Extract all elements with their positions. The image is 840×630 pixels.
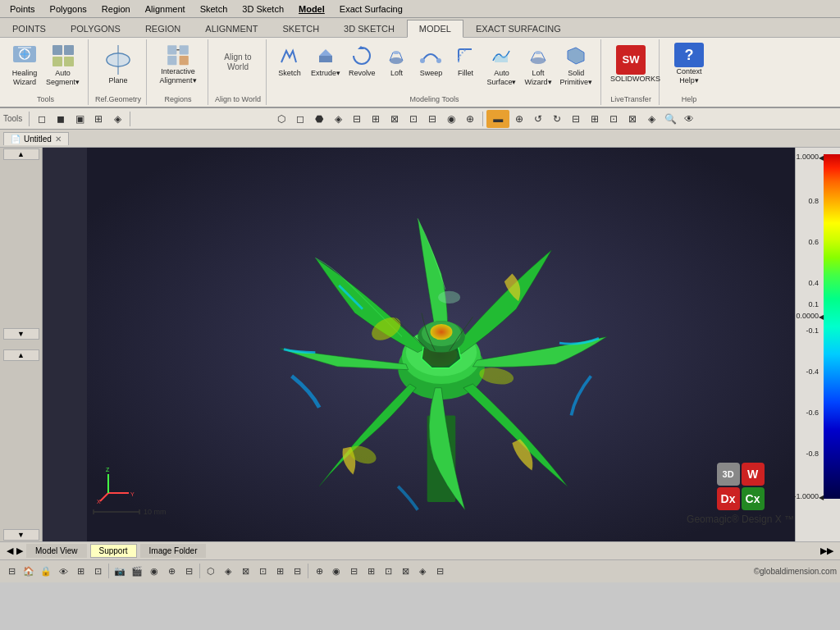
- tab-model[interactable]: MODEL: [407, 20, 463, 38]
- viewport-3d[interactable]: 1.0000 ◀ 0.8 0.6 0.4 0.1 0.0000 ◀ -0.1 -…: [43, 148, 840, 541]
- shape-10[interactable]: ◉: [442, 110, 460, 128]
- bot-btn-13[interactable]: ◈: [220, 564, 236, 580]
- shape-2[interactable]: ◻: [291, 110, 309, 128]
- bot-btn-18[interactable]: ⊕: [311, 564, 327, 580]
- bot-btn-5[interactable]: ⊞: [72, 564, 89, 580]
- tool-btn-1[interactable]: ◻: [33, 110, 51, 128]
- bot-btn-16[interactable]: ⊞: [272, 564, 288, 580]
- interactive-alignment-button[interactable]: InteractiveAlignment▾: [153, 41, 203, 87]
- tab-polygons[interactable]: POLYGONS: [58, 20, 133, 37]
- bot-btn-9[interactable]: ◉: [146, 564, 162, 580]
- bottom-tab-support[interactable]: Support: [90, 544, 137, 558]
- view-3[interactable]: ↺: [529, 110, 547, 128]
- view-10[interactable]: 🔍: [661, 110, 679, 128]
- shape-11[interactable]: ⊕: [461, 110, 479, 128]
- bot-btn-24[interactable]: ◈: [414, 564, 431, 580]
- tab-alignment[interactable]: ALIGNMENT: [193, 20, 270, 37]
- bottom-nav-right[interactable]: ▶: [16, 546, 23, 556]
- svg-rect-8: [64, 57, 74, 66]
- tab-sketch[interactable]: SKETCH: [270, 20, 331, 37]
- menu-points[interactable]: Points: [3, 1, 42, 17]
- view-6[interactable]: ⊞: [586, 110, 604, 128]
- bot-btn-1[interactable]: ⊟: [3, 564, 20, 580]
- revolve-button[interactable]: Revolve: [345, 41, 379, 80]
- tab-region[interactable]: REGION: [133, 20, 193, 37]
- bot-btn-2[interactable]: 🏠: [21, 564, 37, 580]
- shape-5[interactable]: ⊟: [348, 110, 366, 128]
- shape-4[interactable]: ◈: [329, 110, 347, 128]
- scroll-up[interactable]: ▲: [3, 148, 39, 160]
- tab-exact-surfacing[interactable]: EXACT SURFACING: [463, 20, 573, 37]
- svg-text:X: X: [97, 499, 101, 504]
- view-5[interactable]: ⊟: [567, 110, 585, 128]
- view-tab-1-close[interactable]: ✕: [55, 135, 62, 144]
- bot-btn-15[interactable]: ⊡: [254, 564, 271, 580]
- view-4[interactable]: ↻: [548, 110, 566, 128]
- bot-btn-12[interactable]: ⬡: [203, 564, 219, 580]
- extrude-button[interactable]: Extrude▾: [308, 41, 344, 80]
- bot-btn-23[interactable]: ⊠: [397, 564, 413, 580]
- bot-btn-8[interactable]: 🎬: [129, 564, 145, 580]
- menu-exact-surfacing[interactable]: Exact Surfacing: [333, 1, 409, 17]
- tab-points[interactable]: POINTS: [0, 20, 58, 37]
- bot-btn-3[interactable]: 🔒: [38, 564, 54, 580]
- view-11[interactable]: 👁: [680, 110, 698, 128]
- menu-model[interactable]: Model: [292, 1, 331, 17]
- scroll-down-2[interactable]: ▼: [3, 529, 39, 541]
- bottom-nav-left[interactable]: ◀: [7, 546, 13, 556]
- shape-8[interactable]: ⊡: [404, 110, 422, 128]
- shape-6[interactable]: ⊞: [367, 110, 385, 128]
- view-7[interactable]: ⊡: [605, 110, 623, 128]
- solidworks-button[interactable]: SW SOLIDWORKS: [608, 41, 654, 87]
- menu-region[interactable]: Region: [95, 1, 137, 17]
- menu-polygons[interactable]: Polygons: [43, 1, 94, 17]
- shape-7[interactable]: ⊠: [386, 110, 404, 128]
- solid-primitive-button[interactable]: SolidPrimitive▾: [557, 41, 596, 89]
- view-1[interactable]: ▬: [486, 110, 509, 128]
- loft-wizard-button[interactable]: LoftWizard▾: [522, 41, 555, 89]
- bot-btn-19[interactable]: ◉: [328, 564, 345, 580]
- scroll-up-2[interactable]: ▲: [3, 349, 39, 361]
- expand-icon[interactable]: ▶▶: [820, 546, 833, 556]
- bot-btn-7[interactable]: 📷: [112, 564, 128, 580]
- shape-1[interactable]: ⬡: [272, 110, 290, 128]
- view-8[interactable]: ⊠: [623, 110, 641, 128]
- bot-btn-10[interactable]: ⊕: [163, 564, 180, 580]
- shape-3[interactable]: ⬣: [310, 110, 328, 128]
- help-buttons: ? ContextHelp▾: [666, 41, 712, 94]
- bot-btn-22[interactable]: ⊡: [380, 564, 396, 580]
- tool-btn-3[interactable]: ▣: [71, 110, 89, 128]
- sketch-button[interactable]: Sketch: [273, 41, 306, 80]
- bot-btn-20[interactable]: ⊟: [345, 564, 362, 580]
- menu-sketch[interactable]: Sketch: [194, 1, 235, 17]
- healing-wizard-button[interactable]: HealingWizard: [8, 41, 41, 89]
- plane-button[interactable]: Plane: [98, 41, 138, 87]
- separator-1: [29, 112, 30, 126]
- bot-btn-6[interactable]: ⊡: [89, 564, 106, 580]
- bottom-tab-image-folder[interactable]: Image Folder: [140, 544, 207, 558]
- bot-btn-11[interactable]: ⊟: [180, 564, 197, 580]
- view-2[interactable]: ⊕: [510, 110, 528, 128]
- view-tab-1[interactable]: 📄 Untitled ✕: [3, 132, 69, 145]
- bot-btn-17[interactable]: ⊟: [289, 564, 305, 580]
- loft-button[interactable]: Loft: [380, 41, 413, 80]
- bottom-tab-model-view[interactable]: Model View: [26, 544, 87, 558]
- bot-btn-25[interactable]: ⊟: [431, 564, 448, 580]
- tool-btn-4[interactable]: ⊞: [89, 110, 107, 128]
- shape-9[interactable]: ⊟: [423, 110, 441, 128]
- auto-surface-button[interactable]: AutoSurface▾: [483, 41, 519, 89]
- tool-btn-2[interactable]: ◼: [52, 110, 70, 128]
- tab-3dsketch[interactable]: 3D SKETCH: [331, 20, 407, 37]
- scroll-down-1[interactable]: ▼: [3, 328, 39, 340]
- tool-btn-5[interactable]: ◈: [108, 110, 126, 128]
- bot-btn-21[interactable]: ⊞: [363, 564, 379, 580]
- auto-segment-button[interactable]: AutoSegment▾: [43, 41, 83, 89]
- menu-alignment[interactable]: Alignment: [139, 1, 192, 17]
- fillet-button[interactable]: Fillet: [449, 41, 482, 80]
- view-9[interactable]: ◈: [642, 110, 660, 128]
- bot-btn-4[interactable]: 👁: [55, 564, 71, 580]
- sweep-button[interactable]: Sweep: [414, 41, 447, 80]
- context-help-button[interactable]: ? ContextHelp▾: [666, 41, 712, 87]
- menu-3dsketch[interactable]: 3D Sketch: [235, 1, 290, 17]
- bot-btn-14[interactable]: ⊠: [237, 564, 253, 580]
